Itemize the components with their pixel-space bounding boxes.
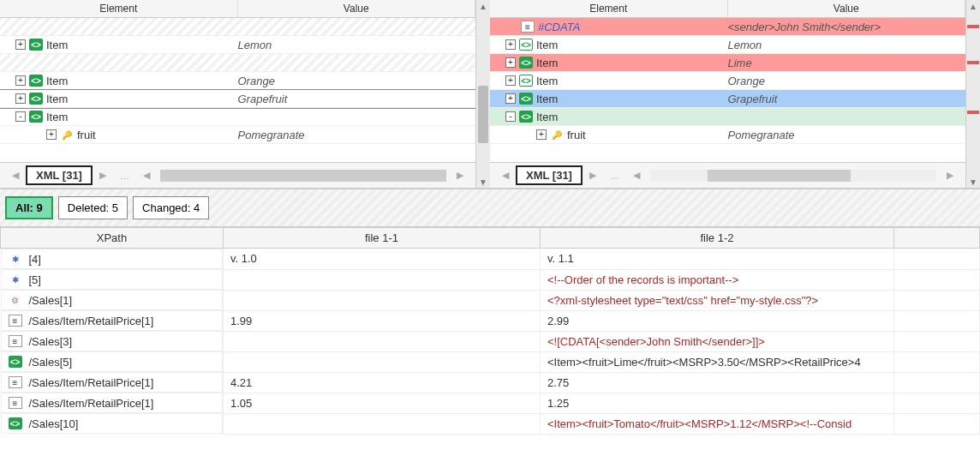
expand-icon[interactable]: + — [505, 93, 516, 104]
tab-more-icon[interactable]: … — [113, 171, 136, 181]
diff-row[interactable]: <>/Sales[5]<Item><fruit>Lime</fruit><MSR… — [1, 351, 980, 372]
tree-row[interactable] — [0, 18, 475, 36]
diff-row[interactable]: ≡/Sales/Item/RetailPrice[1]1.051.25 — [1, 393, 980, 413]
node-value: <sender>John Smith</sender> — [728, 21, 966, 33]
tree-row[interactable] — [0, 54, 475, 72]
right-hscroll[interactable]: ◀ ▶ — [626, 170, 960, 182]
tab-next-icon[interactable]: ▶ — [93, 170, 113, 181]
filter-strip: All: 9 Deleted: 5 Changed: 4 — [0, 189, 980, 227]
tab-more-icon[interactable]: … — [603, 171, 626, 181]
diff-row[interactable]: ⚙/Sales[1]<?xml-stylesheet type="text/cs… — [1, 290, 980, 310]
tree-row[interactable]: +<>ItemOrange — [490, 72, 965, 90]
file1-value: 4.21 — [224, 372, 541, 393]
diff-row[interactable]: ✱[4]v. 1.0v. 1.1 — [1, 249, 980, 270]
left-tab[interactable]: XML [31] — [26, 165, 93, 185]
diff-row[interactable]: ✱[5]<!--Order of the records is importan… — [1, 269, 980, 290]
document-icon: ≡ — [9, 397, 22, 409]
node-value: Lime — [728, 57, 966, 69]
tree-row[interactable]: +🔑fruitPomegranate — [490, 126, 965, 144]
right-tree-body[interactable]: ≡#CDATA<sender>John Smith</sender>+<>Ite… — [490, 18, 965, 162]
file1-value: 1.05 — [224, 393, 541, 413]
diff-row[interactable]: ≡/Sales/Item/RetailPrice[1]1.992.99 — [1, 310, 980, 331]
scroll-left-icon[interactable]: ◀ — [136, 170, 157, 181]
file1-value — [224, 269, 541, 290]
expand-icon[interactable]: + — [15, 39, 26, 50]
header-file2[interactable]: file 1-2 — [541, 228, 894, 249]
left-hscroll[interactable]: ◀ ▶ — [136, 170, 470, 182]
node-label: Item — [46, 75, 68, 87]
left-vscroll[interactable]: ▲ ▼ — [476, 0, 490, 188]
tag-icon: <> — [29, 93, 43, 105]
right-tree-header: Element Value — [490, 0, 965, 18]
scroll-up-icon[interactable]: ▲ — [479, 0, 487, 12]
file2-value: <?xml-stylesheet type="text/css" href="m… — [541, 290, 894, 310]
left-tree-header: Element Value — [0, 0, 475, 18]
diff-table: XPath file 1-1 file 1-2 ✱[4]v. 1.0v. 1.1… — [0, 227, 980, 435]
diff-row[interactable]: ≡/Sales/Item/RetailPrice[1]4.212.75 — [1, 372, 980, 393]
node-label: Item — [536, 39, 558, 51]
tree-row[interactable]: +🔑fruitPomegranate — [0, 126, 475, 144]
scroll-right-icon[interactable]: ▶ — [940, 170, 960, 181]
tab-prev-icon[interactable]: ◀ — [5, 170, 26, 181]
collapse-icon[interactable]: - — [505, 111, 516, 122]
xpath-text: /Sales/Item/RetailPrice[1] — [29, 376, 154, 389]
header-xpath[interactable]: XPath — [1, 228, 224, 249]
tab-next-icon[interactable]: ▶ — [583, 170, 603, 181]
xpath-text: /Sales/Item/RetailPrice[1] — [29, 315, 154, 327]
file2-value: <![CDATA[<sender>John Smith</sender>]]> — [541, 331, 894, 351]
scroll-down-icon[interactable]: ▼ — [969, 176, 977, 188]
attribute-icon: ✱ — [9, 273, 22, 285]
tree-row[interactable]: -<>Item — [490, 108, 965, 126]
expand-icon[interactable]: + — [505, 39, 516, 50]
expand-icon[interactable]: + — [505, 57, 516, 68]
node-value: Pomegranate — [728, 129, 966, 141]
file2-value: v. 1.1 — [541, 249, 894, 270]
scroll-right-icon[interactable]: ▶ — [450, 170, 470, 181]
right-vscroll[interactable]: ▲ ▼ — [966, 0, 980, 188]
scroll-left-icon[interactable]: ◀ — [626, 170, 647, 181]
file2-value: <Item><fruit>Lime</fruit><MSRP>3.50</MSR… — [541, 351, 894, 372]
tree-row[interactable]: -<>Item — [0, 108, 475, 126]
expand-icon[interactable]: + — [505, 75, 516, 86]
scroll-down-icon[interactable]: ▼ — [479, 176, 487, 188]
file1-value — [224, 413, 541, 434]
expand-icon[interactable]: + — [15, 75, 26, 86]
expand-icon[interactable]: + — [536, 129, 547, 140]
filter-changed-button[interactable]: Changed: 4 — [133, 196, 209, 219]
tree-row[interactable]: ≡#CDATA<sender>John Smith</sender> — [490, 18, 965, 36]
gear-icon: ⚙ — [9, 294, 22, 306]
col-value[interactable]: Value — [238, 0, 476, 17]
header-file1[interactable]: file 1-1 — [224, 228, 541, 249]
expand-icon[interactable]: + — [15, 93, 26, 104]
xpath-text: /Sales[10] — [29, 417, 79, 430]
col-element[interactable]: Element — [0, 0, 238, 17]
node-label: fruit — [77, 129, 96, 141]
node-value: Grapefruit — [238, 93, 476, 105]
diff-row[interactable]: <>/Sales[10]<Item><fruit>Tomato</fruit><… — [1, 413, 980, 434]
tag-icon: <> — [9, 356, 22, 368]
tab-prev-icon[interactable]: ◀ — [495, 170, 516, 181]
node-label: Item — [46, 39, 68, 51]
tree-row[interactable]: +<>ItemLime — [490, 54, 965, 72]
tree-row[interactable]: +<>ItemLemon — [490, 36, 965, 54]
tag-icon: <> — [519, 75, 533, 87]
filter-all-button[interactable]: All: 9 — [5, 196, 53, 219]
col-value[interactable]: Value — [728, 0, 966, 17]
left-tree-body[interactable]: +<>ItemLemon+<>ItemOrange+<>ItemGrapefru… — [0, 18, 475, 162]
right-tab[interactable]: XML [31] — [516, 165, 583, 185]
tag-icon: <> — [29, 75, 43, 87]
expand-icon[interactable]: + — [46, 129, 57, 140]
diff-header-row: XPath file 1-1 file 1-2 — [1, 228, 980, 249]
tree-row[interactable]: +<>ItemOrange — [0, 72, 475, 90]
tree-row[interactable]: +<>ItemLemon — [0, 36, 475, 54]
collapse-icon[interactable]: - — [15, 111, 26, 122]
diff-row[interactable]: ≡/Sales[3]<![CDATA[<sender>John Smith</s… — [1, 331, 980, 351]
node-label: Item — [46, 93, 68, 105]
node-value: Orange — [728, 75, 966, 87]
filter-deleted-button[interactable]: Deleted: 5 — [58, 196, 128, 219]
scroll-up-icon[interactable]: ▲ — [969, 0, 977, 12]
tree-row[interactable]: +<>ItemGrapefruit — [0, 90, 475, 108]
tree-row[interactable]: +<>ItemGrapefruit — [490, 90, 965, 108]
tag-icon: <> — [9, 417, 22, 429]
col-element[interactable]: Element — [490, 0, 728, 17]
